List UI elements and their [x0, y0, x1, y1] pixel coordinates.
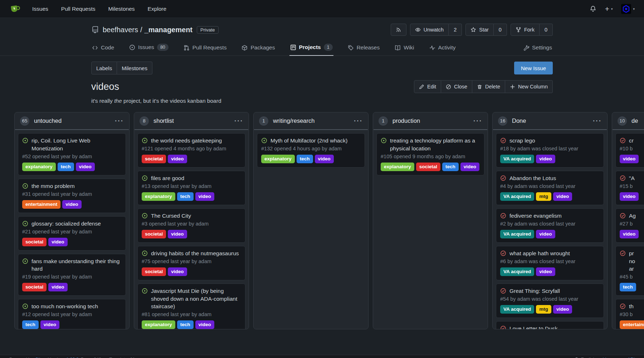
fork-icon: [516, 27, 521, 33]
issue-label: explanatory: [381, 163, 414, 171]
issue-card[interactable]: Ag#27 bvideo: [615, 208, 644, 243]
column-count: 65: [20, 116, 29, 126]
issue-labels: explanatorytechvideo: [261, 155, 361, 163]
issue-card[interactable]: the world needs gatekeeping#121 opened 4…: [137, 133, 245, 168]
issue-open-icon: [22, 221, 28, 228]
nav-issues[interactable]: Issues: [32, 6, 48, 12]
rss-icon: [396, 27, 401, 33]
star-button[interactable]: Star: [465, 24, 494, 36]
issue-card[interactable]: "A#15 bvideo: [615, 171, 644, 205]
labels-button[interactable]: Labels: [91, 62, 117, 74]
issue-card[interactable]: what apple hath wrought#6 by adam was cl…: [496, 246, 604, 280]
issue-card[interactable]: Javascript Must Die (by being shoved dow…: [137, 284, 245, 329]
close-button[interactable]: Close: [441, 80, 472, 93]
milestones-button[interactable]: Milestones: [117, 62, 152, 74]
repo-owner-link[interactable]: beefhavers: [103, 26, 138, 34]
issue-card[interactable]: fans make understanding their thing hard…: [18, 254, 126, 296]
repo-tabs: Code Issues 80 Pull Requests Packages: [91, 42, 553, 55]
issue-title-text: glossary: socialized defense: [31, 220, 101, 228]
issue-card[interactable]: th#30 bentertainment: [615, 299, 644, 329]
issue-card[interactable]: files are good#13 opened last year by ad…: [137, 171, 245, 205]
delete-button[interactable]: Delete: [472, 80, 505, 93]
issue-title-text: treating a technology platform as a phys…: [390, 137, 480, 152]
column-menu-button[interactable]: ···: [593, 119, 602, 123]
issue-card[interactable]: Abandon the Lotus#4 by adam was closed l…: [496, 171, 604, 205]
gitea-logo[interactable]: [9, 4, 20, 14]
issue-open-icon: [142, 213, 148, 220]
issue-label: tech: [297, 155, 313, 163]
repo-name-link[interactable]: _management: [145, 26, 193, 34]
issue-closed-icon: [620, 250, 626, 273]
tab-issues[interactable]: Issues 80: [128, 42, 169, 56]
column-menu-button[interactable]: ···: [473, 119, 482, 123]
issue-meta: #54 by adam was closed last year: [500, 296, 600, 302]
nav-milestones[interactable]: Milestones: [108, 6, 135, 12]
repo-breadcrumb: beefhavers/_management: [103, 26, 192, 34]
issue-label: entertainment: [22, 200, 60, 209]
user-menu[interactable]: ▾: [621, 4, 635, 14]
repo-actions: Unwatch 2 Star 0: [391, 24, 553, 36]
issue-meta: #6 by adam was closed last year: [500, 258, 600, 264]
issue-card[interactable]: rip, Coil. Long Live Web Monetization#52…: [18, 133, 126, 175]
issue-card[interactable]: too much non-working tech#12 opened last…: [18, 299, 126, 329]
issue-card[interactable]: Love Letter to Dusk#57 by adam was close…: [496, 321, 604, 329]
tab-projects[interactable]: Projects 1: [289, 42, 333, 56]
rss-button[interactable]: [391, 24, 406, 36]
issue-closed-icon: [620, 137, 626, 145]
issue-closed-icon: [500, 137, 506, 145]
tab-releases[interactable]: Releases: [347, 42, 381, 56]
issue-label: tech: [22, 320, 39, 329]
tab-code[interactable]: Code: [91, 42, 115, 56]
issue-labels: explanatorytechvideo: [142, 320, 241, 329]
issue-label: video: [168, 230, 187, 238]
issue-labels: VA acquiredvideo: [500, 230, 600, 238]
issue-title-text: "A: [629, 174, 635, 182]
issue-label: video: [620, 230, 639, 238]
tab-pull-requests[interactable]: Pull Requests: [183, 42, 228, 56]
issue-card[interactable]: glossary: socialized defense#21 opened l…: [18, 216, 126, 251]
nav-explore[interactable]: Explore: [148, 6, 167, 12]
tab-packages[interactable]: Packages: [241, 42, 275, 56]
breadcrumb-separator: /: [140, 26, 142, 34]
issue-title-text: too much non-working tech: [31, 303, 98, 310]
tab-activity[interactable]: Activity: [429, 42, 457, 56]
issue-open-icon: [22, 258, 28, 273]
star-group: Star 0: [465, 24, 507, 36]
column-header: 1writing/research···: [254, 112, 368, 129]
issue-card[interactable]: Great Thing: Scryfall#54 by adam was clo…: [496, 284, 604, 318]
issue-meta: #27 b: [620, 221, 644, 227]
tab-wiki[interactable]: Wiki: [394, 42, 415, 56]
issue-open-icon: [381, 137, 387, 152]
issue-title-text: th: [629, 303, 634, 310]
column-menu-button[interactable]: ···: [115, 119, 124, 123]
issue-label: video: [536, 155, 555, 163]
issue-card[interactable]: Myth of Multifactor (2nd whack)#132 open…: [257, 133, 365, 168]
nav-pull-requests[interactable]: Pull Requests: [61, 6, 96, 12]
forks-count[interactable]: 0: [540, 24, 553, 36]
issue-label: video: [536, 230, 555, 238]
stars-count[interactable]: 0: [494, 24, 507, 36]
issue-label: VA acquired: [500, 155, 534, 163]
issue-card[interactable]: treating a technology platform as a phys…: [376, 133, 484, 175]
kanban-board: 65untouched···rip, Coil. Long Live Web M…: [0, 112, 644, 329]
unwatch-button[interactable]: Unwatch: [410, 24, 449, 36]
column-cards: treating a technology platform as a phys…: [373, 130, 488, 329]
notifications-bell-icon[interactable]: [590, 5, 596, 12]
column-menu-button[interactable]: ···: [354, 119, 363, 123]
new-issue-button[interactable]: New Issue: [514, 62, 553, 74]
watchers-count[interactable]: 2: [449, 24, 462, 36]
issue-card[interactable]: cr#10 bvideo: [615, 133, 644, 168]
issue-card[interactable]: fediverse evangelism#2 by adam was close…: [496, 208, 604, 243]
issue-card[interactable]: The Cursed City#3 opened last year by ad…: [137, 208, 245, 243]
issue-card[interactable]: pr no ar#45 btech: [615, 246, 644, 296]
issue-card[interactable]: driving habits of the nutmegasaurus#75 o…: [137, 246, 245, 280]
create-new-button[interactable]: + ▾: [605, 5, 613, 13]
issue-card[interactable]: scrap lego#18 by adam was closed last ye…: [496, 133, 604, 168]
new-column-button[interactable]: New Column: [505, 80, 553, 93]
column-menu-button[interactable]: ···: [234, 119, 243, 123]
tab-settings[interactable]: Settings: [522, 42, 553, 56]
edit-button[interactable]: Edit: [414, 80, 441, 93]
fork-button[interactable]: Fork: [511, 24, 540, 36]
issue-card[interactable]: the mmo problem#31 opened last year by a…: [18, 179, 126, 213]
issue-title-text: rip, Coil. Long Live Web Monetization: [31, 137, 122, 152]
